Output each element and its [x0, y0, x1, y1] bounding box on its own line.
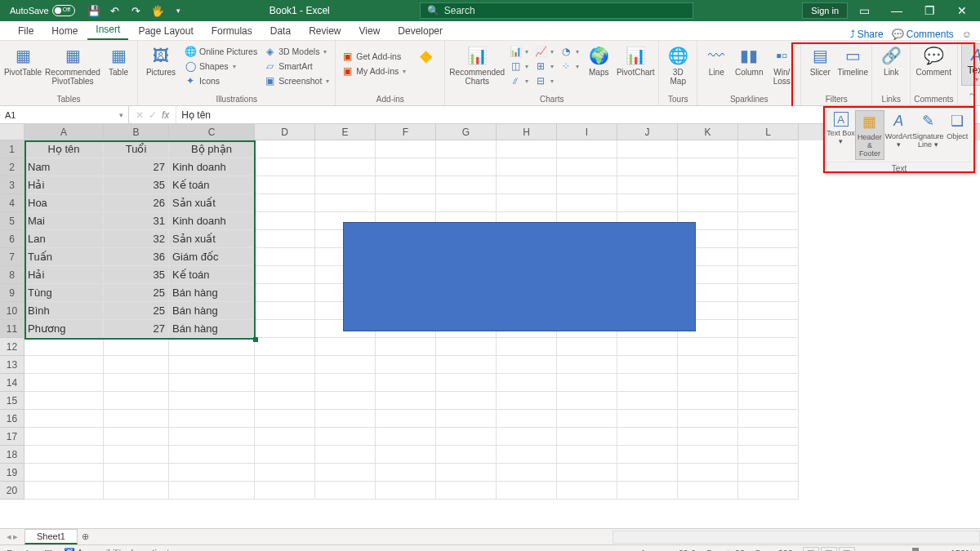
tab-formulas[interactable]: Formulas — [203, 22, 261, 40]
add-sheet-button[interactable]: ⊕ — [78, 531, 94, 542]
row-header-11[interactable]: 11 — [0, 320, 24, 338]
cell[interactable]: 25 — [104, 284, 169, 302]
row-header-10[interactable]: 10 — [0, 302, 24, 320]
cell[interactable]: Phương — [24, 320, 104, 338]
cell[interactable] — [738, 356, 799, 374]
cell[interactable] — [557, 446, 617, 464]
row-header-16[interactable]: 16 — [0, 410, 24, 428]
cell[interactable] — [678, 482, 738, 500]
cell[interactable] — [738, 266, 799, 284]
tab-review[interactable]: Review — [301, 22, 349, 40]
cell[interactable] — [104, 482, 169, 500]
cell[interactable] — [557, 392, 617, 410]
table-button[interactable]: ▦Table — [103, 43, 134, 78]
pivotchart-button[interactable]: 📊PivotChart — [616, 43, 655, 78]
save-icon[interactable]: 💾 — [85, 2, 103, 20]
cell[interactable] — [104, 464, 169, 482]
cell[interactable] — [617, 410, 678, 428]
cell[interactable] — [169, 392, 255, 410]
cell[interactable] — [255, 176, 315, 194]
cell[interactable]: Bộ phận — [169, 140, 255, 158]
cell[interactable] — [617, 428, 678, 446]
cell[interactable]: Nam — [24, 158, 104, 176]
row-header-19[interactable]: 19 — [0, 464, 24, 482]
cell[interactable] — [24, 482, 104, 500]
cell[interactable] — [497, 392, 557, 410]
cell[interactable] — [497, 356, 557, 374]
cell[interactable] — [255, 464, 315, 482]
cell[interactable] — [738, 158, 799, 176]
statistic-chart-button[interactable]: ⊞▾ — [532, 60, 556, 73]
cell[interactable] — [557, 428, 617, 446]
cells[interactable]: Họ tênTuổiBộ phậnNam27Kinh doanhHải35Kế … — [24, 140, 980, 528]
cell[interactable] — [738, 320, 799, 338]
shapes-button[interactable]: ◯Shapes▾ — [182, 60, 260, 73]
cell[interactable] — [617, 374, 678, 392]
cell[interactable] — [255, 320, 315, 338]
cell[interactable] — [104, 392, 169, 410]
cell[interactable]: Hải — [24, 176, 104, 194]
tab-view[interactable]: View — [351, 22, 389, 40]
icons-button[interactable]: ✦Icons — [182, 74, 260, 87]
cell[interactable] — [169, 482, 255, 500]
row-header-8[interactable]: 8 — [0, 266, 24, 284]
pictures-button[interactable]: 🖼Pictures — [141, 43, 180, 78]
autosave-toggle[interactable]: AutoSave Off — [10, 5, 75, 16]
cell[interactable] — [617, 338, 678, 356]
cell[interactable] — [738, 302, 799, 320]
normal-view-button[interactable]: ▦ — [803, 547, 819, 552]
fx-icon[interactable]: fx — [162, 109, 169, 121]
cell[interactable] — [24, 428, 104, 446]
cell[interactable] — [315, 176, 376, 194]
slicer-button[interactable]: ▤Slicer — [804, 43, 835, 78]
cell[interactable] — [738, 230, 799, 248]
tab-insert[interactable]: Insert — [87, 20, 128, 40]
cell[interactable]: Lan — [24, 230, 104, 248]
cell[interactable] — [617, 392, 678, 410]
cell[interactable] — [376, 176, 436, 194]
cell[interactable] — [678, 158, 738, 176]
scatter-chart-button[interactable]: ⁘▾ — [558, 60, 581, 73]
row-header-15[interactable]: 15 — [0, 392, 24, 410]
cell[interactable] — [376, 374, 436, 392]
cell[interactable]: Tuổi — [104, 140, 169, 158]
cell[interactable]: 35 — [104, 176, 169, 194]
cell[interactable] — [738, 212, 799, 230]
waterfall-chart-button[interactable]: ⫽▾ — [507, 74, 531, 87]
cell[interactable] — [557, 140, 617, 158]
cell[interactable] — [104, 374, 169, 392]
cell[interactable] — [255, 302, 315, 320]
column-header-E[interactable]: E — [315, 124, 376, 140]
cell[interactable] — [678, 428, 738, 446]
cell[interactable] — [557, 194, 617, 212]
zoom-in-icon[interactable]: + — [942, 549, 947, 552]
cell[interactable] — [24, 338, 104, 356]
cell[interactable] — [497, 158, 557, 176]
cell[interactable] — [557, 338, 617, 356]
cell[interactable] — [497, 140, 557, 158]
cell[interactable] — [169, 464, 255, 482]
cell[interactable] — [738, 248, 799, 266]
row-header-9[interactable]: 9 — [0, 284, 24, 302]
cell[interactable] — [497, 482, 557, 500]
cell[interactable] — [557, 374, 617, 392]
next-sheet-icon[interactable]: ▸ — [13, 531, 18, 542]
row-header-7[interactable]: 7 — [0, 248, 24, 266]
cell[interactable]: 36 — [104, 248, 169, 266]
cell[interactable] — [255, 410, 315, 428]
cell[interactable] — [678, 194, 738, 212]
select-all-corner[interactable] — [0, 124, 24, 140]
pie-chart-button[interactable]: ◔▾ — [558, 45, 581, 58]
cell[interactable] — [738, 410, 799, 428]
cell[interactable] — [376, 356, 436, 374]
column-header-L[interactable]: L — [738, 124, 799, 140]
cell[interactable]: Hải — [24, 266, 104, 284]
tab-file[interactable]: File — [10, 22, 42, 40]
signin-button[interactable]: Sign in — [802, 2, 848, 19]
online-pictures-button[interactable]: 🌐Online Pictures — [182, 45, 260, 58]
cell[interactable]: 31 — [104, 212, 169, 230]
cell[interactable] — [738, 140, 799, 158]
cell[interactable] — [255, 392, 315, 410]
tab-developer[interactable]: Developer — [390, 22, 451, 40]
cell[interactable] — [315, 338, 376, 356]
